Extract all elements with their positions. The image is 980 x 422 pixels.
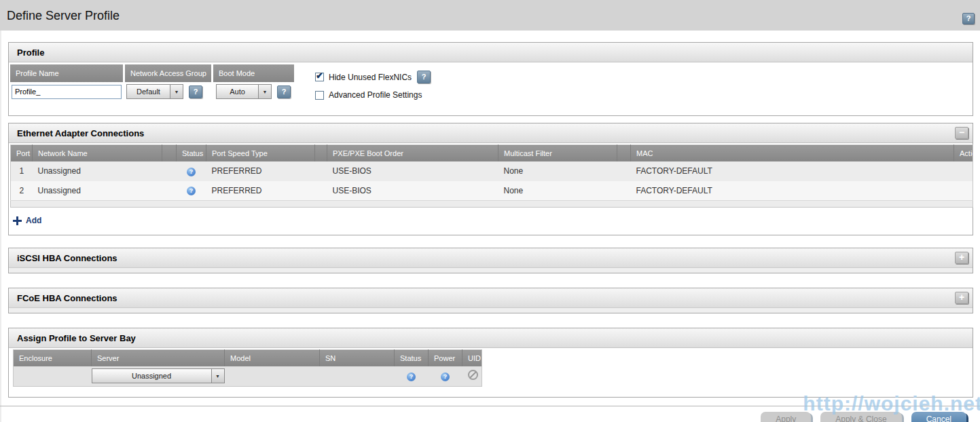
cancel-button[interactable]: Cancel: [911, 412, 966, 422]
table-row: 2 Unassigned ? PREFERRED USE-BIOS None F…: [11, 181, 973, 201]
profile-section-titlebar: Profile: [9, 43, 973, 62]
multicast-filter-cell: None: [498, 161, 617, 181]
column-header-action: Action: [954, 145, 973, 161]
column-header-port: Port: [11, 145, 33, 161]
ethernet-section-title: Ethernet Adapter Connections: [17, 128, 144, 138]
assign-server-bay-table: Enclosure Server Model SN Status Power U…: [13, 349, 482, 387]
assign-body: Enclosure Server Model SN Status Power U…: [9, 348, 973, 397]
network-access-group-help-icon[interactable]: ?: [189, 85, 202, 98]
column-header-status: Status: [177, 145, 206, 161]
action-cell: [954, 181, 973, 201]
add-icon: [13, 216, 22, 225]
action-cell: [954, 161, 973, 181]
hide-unused-flexnics-checkbox[interactable]: ✔: [315, 73, 324, 81]
status-help-icon[interactable]: ?: [187, 187, 196, 195]
network-access-group-dropdown[interactable]: Default ▼: [126, 84, 183, 99]
boot-mode-value: Auto: [216, 84, 258, 99]
chevron-down-icon[interactable]: ▼: [258, 84, 272, 99]
enclosure-cell: [14, 366, 92, 387]
pxe-boot-order-cell: USE-BIOS: [327, 161, 498, 181]
boot-mode-header: Boot Mode: [213, 64, 294, 82]
boot-mode-help-icon[interactable]: ?: [277, 85, 291, 98]
profile-section: Profile Profile Name Network Access Grou…: [8, 42, 973, 116]
expand-icon[interactable]: +: [955, 292, 968, 304]
server-bay-dropdown[interactable]: Unassigned ▼: [92, 368, 225, 383]
table-row: 1 Unassigned ? PREFERRED USE-BIOS None F…: [11, 161, 973, 181]
status-cell: ?: [395, 366, 429, 387]
top-bar: Define Server Profile ?: [0, 0, 980, 31]
spacer-cell: [315, 181, 327, 201]
profile-name-input[interactable]: [12, 85, 122, 99]
assign-section-titlebar: Assign Profile to Server Bay: [9, 328, 973, 348]
column-header-spacer: [162, 145, 177, 161]
power-cell: ?: [429, 366, 462, 387]
add-connection-button[interactable]: Add: [9, 208, 56, 235]
table-footer-strip: [11, 201, 973, 208]
chevron-down-icon[interactable]: ▼: [170, 84, 183, 99]
server-cell: Unassigned ▼: [92, 366, 225, 387]
fcoe-hba-connections-section: FCoE HBA Connections +: [8, 288, 973, 313]
apply-button[interactable]: Apply: [761, 412, 811, 422]
boot-mode-dropdown[interactable]: Auto ▼: [216, 84, 272, 99]
ethernet-connections-table: Port Network Name Status Port Speed Type…: [10, 145, 973, 208]
column-header-status: Status: [395, 350, 429, 366]
multicast-filter-cell: None: [498, 181, 617, 201]
assign-profile-section: Assign Profile to Server Bay Enclosure S…: [8, 328, 973, 398]
network-access-group-column: Network Access Group Default ▼ ?: [125, 64, 211, 107]
spacer-cell: [162, 181, 177, 201]
hide-unused-flexnics-help-icon[interactable]: ?: [417, 71, 431, 83]
table-row: Unassigned ▼ ? ?: [14, 366, 482, 387]
collapsed-strip: [9, 308, 973, 313]
collapsed-strip: [9, 268, 973, 273]
network-access-group-value: Default: [126, 84, 170, 99]
port-speed-type-cell: PREFERRED: [206, 161, 315, 181]
spacer-cell: [162, 161, 177, 181]
iscsi-section-title: iSCSI HBA Connections: [17, 253, 117, 263]
column-header-port-speed-type: Port Speed Type: [206, 145, 315, 161]
uid-cell: [462, 366, 482, 387]
collapse-icon[interactable]: −: [955, 127, 968, 139]
assign-section-title: Assign Profile to Server Bay: [17, 333, 136, 343]
advanced-profile-settings-label: Advanced Profile Settings: [329, 90, 422, 100]
status-help-icon[interactable]: ?: [187, 168, 196, 176]
uid-disabled-icon: [468, 370, 478, 380]
footer-buttons: Apply Apply & Close Cancel: [8, 406, 973, 422]
power-help-icon[interactable]: ?: [441, 372, 450, 381]
column-header-server: Server: [92, 350, 225, 366]
apply-close-button[interactable]: Apply & Close: [820, 412, 901, 422]
iscsi-section-titlebar: iSCSI HBA Connections +: [9, 248, 973, 268]
boot-mode-column: Boot Mode Auto ▼ ?: [213, 64, 294, 107]
chevron-down-icon[interactable]: ▼: [211, 368, 225, 383]
help-icon[interactable]: ?: [962, 13, 975, 24]
assign-table-header-row: Enclosure Server Model SN Status Power U…: [14, 350, 482, 366]
column-header-pxe-boot-order: PXE/PXE Boot Order: [327, 145, 498, 161]
column-header-mac: MAC: [631, 145, 954, 161]
column-header-enclosure: Enclosure: [14, 350, 92, 366]
sn-cell: [320, 366, 395, 387]
column-header-model: Model: [225, 350, 320, 366]
fcoe-section-title: FCoE HBA Connections: [17, 293, 117, 303]
column-header-spacer: [315, 145, 327, 161]
expand-icon[interactable]: +: [955, 252, 968, 264]
ethernet-table-header-row: Port Network Name Status Port Speed Type…: [11, 145, 973, 161]
profile-section-title: Profile: [17, 47, 44, 58]
column-header-uid: UID: [462, 350, 482, 366]
model-cell: [225, 366, 320, 387]
profile-name-header: Profile Name: [10, 64, 123, 82]
port-speed-type-cell: PREFERRED: [206, 181, 315, 201]
profile-name-column: Profile Name: [10, 64, 123, 107]
advanced-profile-settings-checkbox[interactable]: ✔: [315, 91, 324, 100]
mac-cell: FACTORY-DEFAULT: [631, 161, 954, 181]
status-cell: ?: [177, 161, 206, 181]
page-title: Define Server Profile: [0, 0, 980, 23]
status-cell: ?: [177, 181, 206, 201]
ethernet-adapter-connections-section: Ethernet Adapter Connections − Port Netw…: [8, 123, 973, 235]
main-content: Profile Profile Name Network Access Grou…: [0, 31, 980, 422]
network-name-cell: Unassigned: [33, 161, 162, 181]
status-help-icon[interactable]: ?: [407, 372, 416, 381]
column-header-sn: SN: [320, 350, 395, 366]
port-cell: 2: [11, 181, 33, 201]
iscsi-hba-connections-section: iSCSI HBA Connections +: [8, 248, 973, 273]
spacer-cell: [617, 161, 631, 181]
mac-cell: FACTORY-DEFAULT: [631, 181, 954, 201]
